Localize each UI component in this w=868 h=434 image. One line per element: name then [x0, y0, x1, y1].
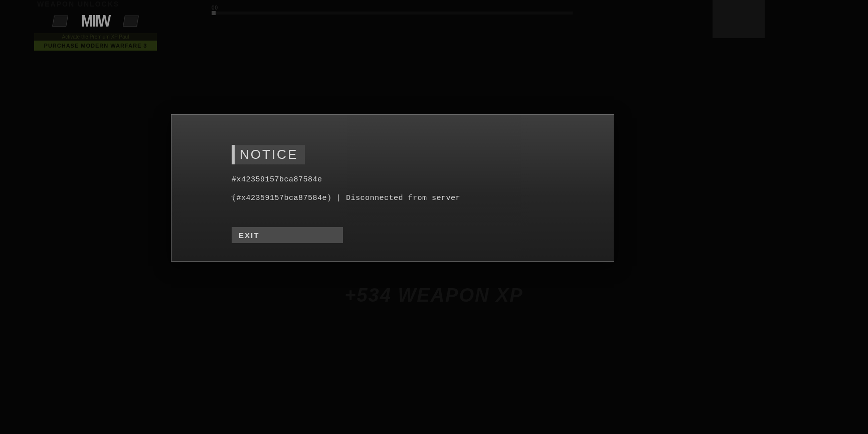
modal-body: NOTICE #x42359157bca87584e (#x42359157bc… — [232, 145, 594, 202]
progress-knob — [212, 11, 216, 15]
notice-title-pill: NOTICE — [232, 145, 305, 164]
notice-modal: NOTICE #x42359157bca87584e (#x42359157bc… — [171, 114, 614, 262]
error-code: #x42359157bca87584e — [232, 175, 594, 184]
progress-track — [212, 12, 573, 15]
top-right-panel — [713, 0, 765, 38]
plus-marker-icon: + — [231, 193, 236, 202]
progress-hint: 00 — [212, 5, 573, 13]
progress-label: 00 — [212, 5, 573, 11]
exit-button-label: EXIT — [239, 231, 259, 240]
exit-button[interactable]: EXIT — [232, 227, 343, 243]
notice-title: NOTICE — [240, 147, 298, 162]
error-message: (#x42359157bca87584e) | Disconnected fro… — [232, 194, 594, 202]
background-xp-text: +534 WEAPON XP — [344, 285, 523, 306]
